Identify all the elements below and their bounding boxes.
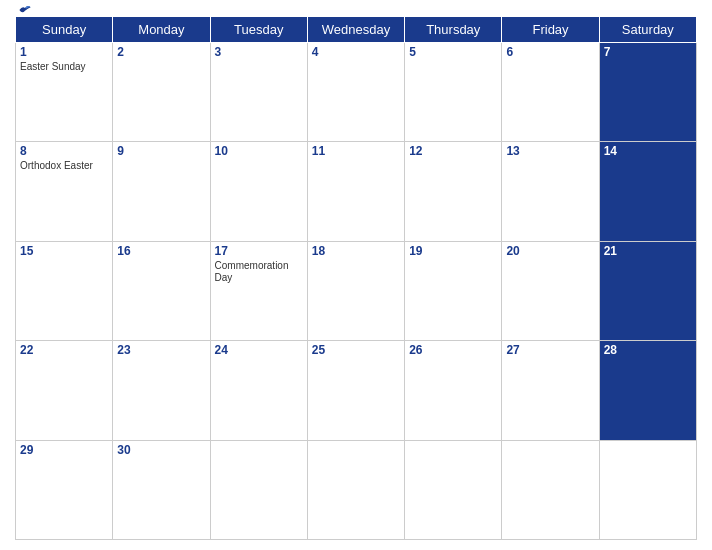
day-number: 25 [312,343,400,357]
day-number: 9 [117,144,205,158]
calendar-day-cell: 17Commemoration Day [210,241,307,340]
day-number: 3 [215,45,303,59]
calendar-day-cell: 29 [16,440,113,539]
day-number: 23 [117,343,205,357]
calendar-day-cell: 20 [502,241,599,340]
calendar-day-cell: 9 [113,142,210,241]
calendar-day-cell: 10 [210,142,307,241]
calendar-day-cell: 16 [113,241,210,340]
calendar-day-cell: 3 [210,43,307,142]
calendar-week-row: 151617Commemoration Day18192021 [16,241,697,340]
calendar-day-cell: 5 [405,43,502,142]
calendar-day-cell [405,440,502,539]
calendar-day-cell: 14 [599,142,696,241]
calendar-day-cell: 12 [405,142,502,241]
calendar-week-row: 2930 [16,440,697,539]
day-number: 4 [312,45,400,59]
day-number: 18 [312,244,400,258]
day-number: 20 [506,244,594,258]
calendar-day-cell: 26 [405,341,502,440]
calendar-day-cell: 28 [599,341,696,440]
weekday-header-cell: Monday [113,17,210,43]
calendar-day-cell: 2 [113,43,210,142]
day-number: 12 [409,144,497,158]
calendar-day-cell: 18 [307,241,404,340]
calendar-day-cell: 7 [599,43,696,142]
calendar-day-cell: 23 [113,341,210,440]
day-number: 26 [409,343,497,357]
day-number: 8 [20,144,108,158]
calendar-day-cell: 30 [113,440,210,539]
calendar-week-row: 22232425262728 [16,341,697,440]
calendar-day-cell: 4 [307,43,404,142]
weekday-header-cell: Friday [502,17,599,43]
day-number: 7 [604,45,692,59]
calendar-day-cell: 8Orthodox Easter [16,142,113,241]
calendar-day-cell [210,440,307,539]
day-number: 17 [215,244,303,258]
calendar-body: 1Easter Sunday2345678Orthodox Easter9101… [16,43,697,540]
calendar-day-cell [502,440,599,539]
weekday-header-cell: Sunday [16,17,113,43]
holiday-label: Commemoration Day [215,260,303,284]
holiday-label: Easter Sunday [20,61,108,73]
day-number: 13 [506,144,594,158]
logo-bird-icon [18,4,32,16]
day-number: 21 [604,244,692,258]
day-number: 16 [117,244,205,258]
calendar-day-cell: 25 [307,341,404,440]
day-number: 24 [215,343,303,357]
weekday-header-cell: Thursday [405,17,502,43]
calendar-day-cell: 6 [502,43,599,142]
calendar-day-cell: 27 [502,341,599,440]
logo-blue-text [15,4,32,16]
calendar-day-cell: 22 [16,341,113,440]
calendar-day-cell: 13 [502,142,599,241]
calendar-day-cell [307,440,404,539]
calendar-day-cell: 11 [307,142,404,241]
day-number: 29 [20,443,108,457]
day-number: 5 [409,45,497,59]
day-number: 10 [215,144,303,158]
holiday-label: Orthodox Easter [20,160,108,172]
day-number: 30 [117,443,205,457]
day-number: 22 [20,343,108,357]
calendar-day-cell: 15 [16,241,113,340]
day-number: 28 [604,343,692,357]
day-number: 27 [506,343,594,357]
weekday-header-cell: Saturday [599,17,696,43]
calendar-day-cell: 24 [210,341,307,440]
weekday-header-cell: Tuesday [210,17,307,43]
calendar-day-cell: 1Easter Sunday [16,43,113,142]
day-number: 6 [506,45,594,59]
day-number: 19 [409,244,497,258]
calendar-day-cell: 21 [599,241,696,340]
weekday-header-cell: Wednesday [307,17,404,43]
calendar-table: SundayMondayTuesdayWednesdayThursdayFrid… [15,16,697,540]
calendar-day-cell: 19 [405,241,502,340]
logo [15,4,32,16]
calendar-day-cell [599,440,696,539]
weekday-header-row: SundayMondayTuesdayWednesdayThursdayFrid… [16,17,697,43]
day-number: 2 [117,45,205,59]
day-number: 1 [20,45,108,59]
calendar-week-row: 1Easter Sunday234567 [16,43,697,142]
day-number: 11 [312,144,400,158]
day-number: 15 [20,244,108,258]
day-number: 14 [604,144,692,158]
calendar-week-row: 8Orthodox Easter91011121314 [16,142,697,241]
